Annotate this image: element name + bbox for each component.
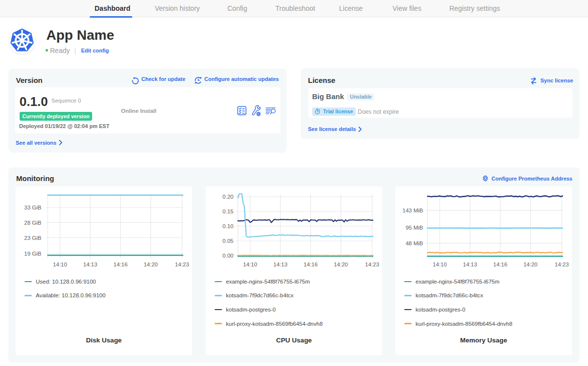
svg-text:14:23: 14:23	[365, 261, 379, 267]
svg-text:14:13: 14:13	[463, 261, 477, 267]
svg-text:14:16: 14:16	[493, 261, 508, 267]
svg-text:28 GiB: 28 GiB	[24, 220, 41, 226]
svg-text:95 MiB: 95 MiB	[406, 225, 423, 231]
svg-text:14:23: 14:23	[555, 261, 569, 267]
svg-text:33 GiB: 33 GiB	[24, 205, 41, 210]
svg-text:14:13: 14:13	[83, 261, 98, 267]
svg-text:14:10: 14:10	[243, 261, 257, 267]
svg-text:14:13: 14:13	[273, 261, 288, 267]
svg-text:0.10: 0.10	[222, 223, 233, 229]
svg-text:0.15: 0.15	[222, 209, 233, 214]
svg-text:143 MiB: 143 MiB	[402, 208, 423, 213]
svg-text:14:10: 14:10	[433, 261, 447, 267]
svg-text:14:23: 14:23	[175, 261, 189, 267]
svg-text:0.05: 0.05	[222, 238, 233, 244]
svg-text:0.00: 0.00	[222, 253, 233, 259]
svg-text:0.20: 0.20	[222, 194, 233, 200]
svg-text:23 GiB: 23 GiB	[24, 235, 41, 241]
svg-text:19 GiB: 19 GiB	[24, 251, 41, 257]
svg-text:14:16: 14:16	[114, 261, 128, 267]
svg-text:14:10: 14:10	[53, 261, 67, 267]
svg-text:14:20: 14:20	[334, 261, 348, 267]
svg-text:14:20: 14:20	[523, 261, 538, 267]
svg-text:14:16: 14:16	[304, 261, 318, 267]
svg-text:48 MiB: 48 MiB	[406, 240, 423, 246]
svg-text:14:20: 14:20	[144, 261, 158, 267]
